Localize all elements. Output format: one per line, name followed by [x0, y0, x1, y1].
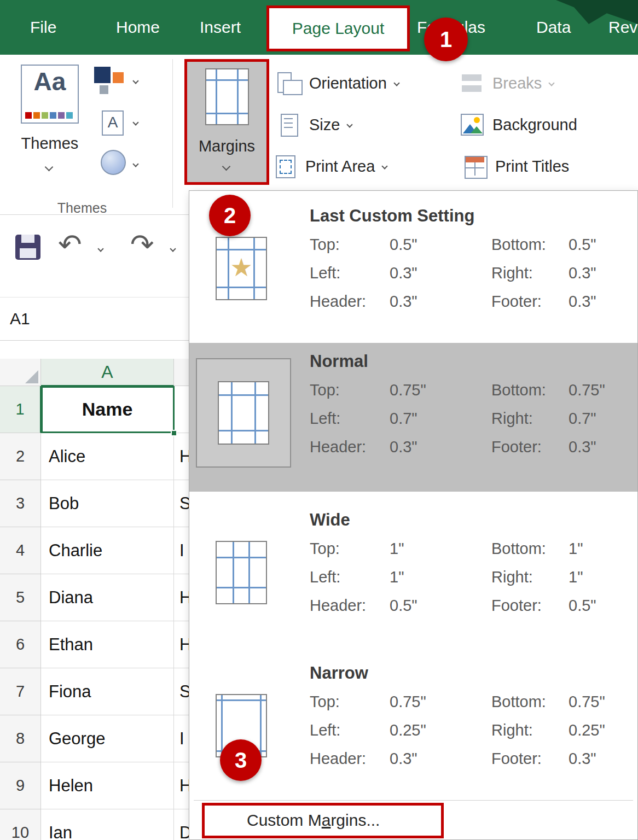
orientation-icon	[276, 71, 301, 95]
sheet-row: 3 Bob S	[0, 480, 189, 527]
orientation-button[interactable]: Orientation	[276, 68, 399, 98]
cell-b9[interactable]: H	[174, 762, 189, 809]
column-header-a[interactable]: A	[41, 359, 174, 386]
annotation-step-3: 3	[220, 739, 262, 781]
margins-button[interactable]: Margins	[184, 59, 269, 185]
print-area-icon	[272, 154, 298, 178]
row-header[interactable]: 7	[0, 668, 41, 715]
cell-b8[interactable]: I	[174, 715, 189, 762]
chevron-down-icon[interactable]	[132, 78, 138, 84]
theme-effects-button[interactable]	[101, 150, 126, 175]
cell-b1[interactable]	[174, 386, 189, 433]
cell-a6[interactable]: Ethan	[41, 621, 174, 668]
select-all-triangle-icon	[25, 370, 38, 383]
chevron-down-icon	[382, 163, 388, 169]
background-label: Background	[492, 116, 577, 134]
cell-b3[interactable]: S	[174, 480, 189, 527]
margins-option-normal[interactable]: Normal Top:0.75" Bottom:0.75" Left:0.7" …	[189, 343, 637, 492]
redo-icon[interactable]	[130, 228, 164, 262]
row-header[interactable]: 10	[0, 809, 41, 840]
cell-a7[interactable]: Fiona	[41, 668, 174, 715]
tab-file[interactable]: File	[30, 0, 56, 55]
cell-a5[interactable]: Diana	[41, 574, 174, 621]
row-header[interactable]: 9	[0, 762, 41, 809]
print-titles-button[interactable]: Print Titles	[462, 151, 569, 182]
background-button[interactable]: Background	[460, 109, 577, 140]
excel-window: File Home Insert Page Layout Formulas Da…	[0, 0, 638, 840]
print-area-label: Print Area	[305, 158, 375, 176]
themes-button[interactable]: Aa Themes	[16, 59, 86, 188]
margins-option-values: Top:0.5" Bottom:0.5" Left:0.3" Right:0.3…	[310, 230, 596, 316]
chevron-down-icon	[222, 162, 231, 171]
chevron-down-icon[interactable]	[170, 246, 176, 252]
margins-option-title: Normal	[310, 352, 368, 371]
sheet-row: 5 Diana H	[0, 574, 189, 621]
tab-data[interactable]: Data	[536, 0, 571, 55]
tab-insert[interactable]: Insert	[200, 0, 241, 55]
chevron-down-icon[interactable]	[132, 119, 138, 125]
cell-b10[interactable]: D	[174, 809, 189, 840]
chevron-down-icon[interactable]	[97, 246, 103, 252]
cell-a4[interactable]: Charlie	[41, 527, 174, 574]
themes-button-label: Themes	[16, 135, 83, 153]
row-header[interactable]: 4	[0, 527, 41, 574]
margins-preview-icon	[216, 237, 267, 300]
margins-dropdown-menu: Last Custom Setting Top:0.5" Bottom:0.5"…	[189, 190, 638, 840]
name-box[interactable]: A1	[0, 297, 189, 341]
save-icon[interactable]	[15, 235, 40, 260]
chevron-down-icon[interactable]	[132, 161, 138, 167]
row-header[interactable]: 2	[0, 433, 41, 480]
breaks-label: Breaks	[492, 74, 542, 92]
size-button[interactable]: Size	[276, 109, 352, 140]
margins-option-values: Top:1" Bottom:1" Left:1" Right:1" Header…	[310, 534, 596, 620]
row-header[interactable]: 3	[0, 480, 41, 527]
cell-b5[interactable]: H	[174, 574, 189, 621]
background-picture-icon	[460, 113, 485, 137]
sheet-row: 4 Charlie I	[0, 527, 189, 574]
select-all-button[interactable]	[0, 359, 41, 386]
chevron-down-icon	[393, 80, 399, 86]
cell-b7[interactable]: S	[174, 668, 189, 715]
themes-group-label: Themes	[33, 200, 131, 216]
theme-fonts-button[interactable]	[102, 110, 124, 136]
row-header[interactable]: 5	[0, 574, 41, 621]
tab-home[interactable]: Home	[116, 0, 160, 55]
margins-option-narrow[interactable]: Narrow Top:0.75" Bottom:0.75" Left:0.25"…	[189, 655, 637, 798]
row-header[interactable]: 6	[0, 621, 41, 668]
page-size-icon	[276, 113, 301, 137]
cell-a3[interactable]: Bob	[41, 480, 174, 527]
margins-button-label: Margins	[187, 137, 266, 155]
undo-icon[interactable]	[58, 228, 92, 262]
row-header[interactable]: 1	[0, 386, 41, 433]
theme-fonts-icon	[102, 110, 124, 136]
cell-a2[interactable]: Alice	[41, 433, 174, 480]
row-header[interactable]: 8	[0, 715, 41, 762]
sheet-row: 10 Ian D	[0, 809, 189, 840]
fill-handle[interactable]	[171, 430, 177, 436]
ribbon-tab-bar: File Home Insert Page Layout Formulas Da…	[0, 0, 638, 55]
margins-page-icon	[205, 68, 249, 125]
margins-option-title: Last Custom Setting	[310, 206, 474, 226]
breaks-button: Breaks	[460, 68, 554, 98]
cell-b4[interactable]: I	[174, 527, 189, 574]
cell-a10[interactable]: Ian	[41, 809, 174, 840]
cell-a8[interactable]: George	[41, 715, 174, 762]
margins-option-title: Narrow	[310, 663, 368, 683]
cell-reference: A1	[10, 298, 189, 340]
print-area-button[interactable]: Print Area	[272, 151, 387, 182]
margins-option-values: Top:0.75" Bottom:0.75" Left:0.7" Right:0…	[310, 376, 605, 461]
cell-b6[interactable]: H	[174, 621, 189, 668]
custom-margins-menu-item[interactable]: Custom Margins...	[189, 802, 637, 839]
tab-review[interactable]: Review	[608, 0, 638, 55]
chevron-down-icon	[347, 121, 353, 127]
column-headers: A	[0, 359, 189, 386]
group-divider	[172, 59, 173, 208]
cell-b2[interactable]: H	[174, 433, 189, 480]
cell-a1[interactable]: Name	[41, 386, 174, 433]
margins-option-last-custom-setting[interactable]: Last Custom Setting Top:0.5" Bottom:0.5"…	[189, 197, 637, 341]
theme-effects-icon	[101, 150, 126, 175]
cell-a9[interactable]: Helen	[41, 762, 174, 809]
column-header-b[interactable]	[174, 359, 189, 386]
margins-option-wide[interactable]: Wide Top:1" Bottom:1" Left:1" Right:1" H…	[189, 501, 637, 645]
tab-page-layout[interactable]: Page Layout	[266, 5, 410, 51]
